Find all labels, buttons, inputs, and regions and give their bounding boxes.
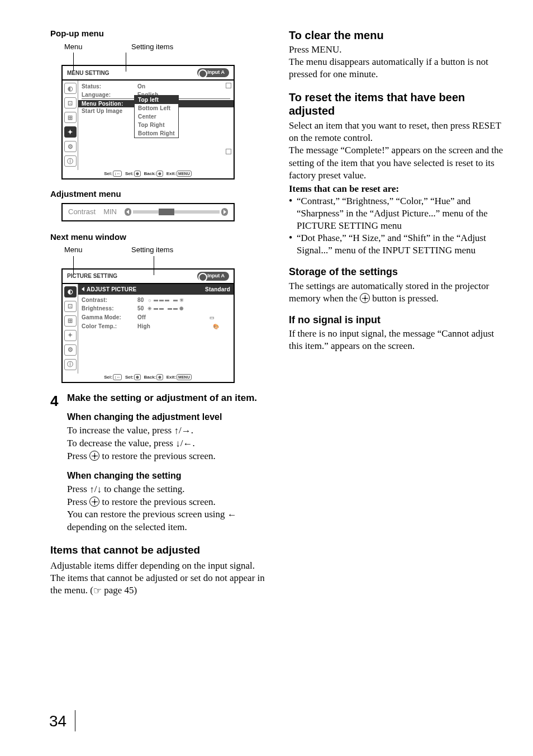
dd-bottom-right: Bottom Right [135, 129, 178, 138]
menu1-labels: Menu Setting items [64, 42, 266, 52]
sun-dim-icon: ☼ [147, 297, 152, 303]
picture-setting-screenshot: PICTURE SETTING Input A ◐ ⊡ ⊞ ✦ ⚙ ⓘ ADJU… [61, 268, 235, 383]
label-setting-items: Setting items [131, 42, 173, 52]
arrow-up-icon-2 [89, 484, 94, 496]
enter-button-icon-3 [360, 293, 370, 303]
step4-sub1: When changing the adjustment level [67, 412, 266, 423]
side-icon-5: ⚙ [64, 344, 77, 356]
m2-contrast-v: 80 [137, 297, 144, 303]
step-4-head: Make the setting or adjustment of an ite… [67, 392, 266, 404]
m2-ct-v: High [137, 323, 150, 329]
enter-button-icon-2 [89, 497, 99, 507]
enter-button-icon [89, 451, 99, 461]
menu1-footer: Sel:↕↔ Set:⊕ Back:⊕ Exit:MENU [63, 170, 234, 178]
cannot-adjust-head: Items that cannot be adjusted [50, 544, 266, 557]
clear-p1: Press MENU. [289, 44, 505, 56]
storage-body: The settings are automatically stored in… [289, 280, 505, 305]
m2-contrast-k: Contrast: [82, 296, 137, 304]
dd-bottom-left: Bottom Left [135, 104, 178, 112]
side-icon-picture: ◐ [64, 83, 77, 94]
menu1-lang-key: Language: [82, 91, 137, 98]
adj-right-cap-icon [221, 208, 228, 216]
reset-bullet-2: “Dot Phase,” “H Size,” and “Shift” in th… [289, 232, 505, 257]
menu-setting-screenshot: MENU SETTING Input A ◐ ⊡ ⊞ ✦ ⚙ ⓘ Status:… [61, 65, 235, 179]
adjustment-menu-label: Adjustment menu [50, 188, 266, 200]
cannot-adjust-body: Adjustable items differ depending on the… [50, 560, 266, 597]
clear-menu-head: To clear the menu [289, 28, 505, 42]
pointer-hand-icon: ☞ [93, 585, 102, 597]
m2-bright-k: Brightness: [82, 305, 137, 313]
menu1-pointers [64, 53, 266, 65]
nosignal-body: If there is no input signal, the message… [289, 328, 505, 352]
popup-menu-label: Pop-up menu [50, 28, 266, 39]
m2-ct-k: Color Temp.: [82, 323, 137, 330]
arrow-up-icon [174, 425, 179, 437]
side-icon-6: ⓘ [64, 359, 77, 370]
dd-top-right: Top Right [135, 121, 178, 129]
adj-min: MIN [103, 207, 117, 217]
reset-head: To reset the items that have been adjust… [289, 91, 505, 117]
label-setting-items-2: Setting items [131, 245, 173, 255]
palette-icon: 🎨 [213, 324, 219, 329]
menu2-labels: Menu Setting items [64, 245, 266, 255]
menu1-title: MENU SETTING [67, 69, 110, 77]
next-menu-label: Next menu window [50, 231, 266, 243]
label-menu-2: Menu [64, 245, 131, 255]
menu2-input-badge: Input A [197, 272, 229, 281]
side-icon-menu-active: ✦ [64, 126, 77, 138]
menu1-start-key: Start Up Image [82, 107, 137, 115]
arrow-down-icon [175, 438, 180, 450]
menu1-dropdown: Top left Bottom Left Center Top Right Bo… [134, 95, 179, 138]
page-rule [75, 710, 75, 731]
arrow-right-icon [182, 425, 191, 437]
menu2-pointers [64, 256, 266, 268]
menu1-input-badge: Input A [197, 68, 229, 77]
clear-p2: The menu disappears automatically if a b… [289, 56, 505, 81]
adj-name: Contrast [68, 207, 96, 217]
step4-sub2: When changing the setting [67, 470, 266, 482]
menu2-sidebar: ◐ ⊡ ⊞ ✦ ⚙ ⓘ [63, 284, 78, 374]
adjustment-menu-screenshot: Contrast MIN [61, 203, 235, 221]
side-icon-2: ⊡ [64, 301, 77, 312]
bright-high-icon: ✺ [179, 306, 184, 311]
m2-bright-v: 50 [137, 305, 144, 311]
menu1-sidebar: ◐ ⊡ ⊞ ✦ ⚙ ⓘ [63, 81, 78, 170]
dd-center: Center [135, 112, 178, 121]
menu1-status-val: On [137, 83, 230, 90]
menu1-status-key: Status: [82, 83, 137, 90]
menu2-footer: Sel:↕↔ Set:⊕ Back:⊕ Exit:MENU [63, 374, 234, 382]
side-icon-set: ⊞ [64, 112, 77, 123]
menu2-title: PICTURE SETTING [67, 272, 117, 280]
adj-left-cap-icon [125, 208, 131, 216]
step4-p2b: Press to restore the previous screen. [67, 496, 266, 508]
reset-p1: Select an item that you want to reset, t… [289, 120, 505, 144]
sun-bright-icon: ☀ [179, 297, 184, 303]
dd-top-left: Top left [135, 96, 178, 104]
side-icon-install: ⚙ [64, 141, 77, 152]
gamma-icon: ▭ [210, 315, 215, 320]
menu2-standard: Standard [205, 286, 230, 293]
step4-p2c: You can restore the previous screen usin… [67, 508, 266, 533]
side-icon-input: ⊡ [64, 97, 77, 108]
arrow-left-icon [183, 438, 192, 450]
step4-p2a: Press / to change the setting. [67, 483, 266, 496]
storage-head: Storage of the settings [289, 266, 505, 278]
arrow-left-icon-2 [227, 509, 237, 521]
nosignal-head: If no signal is input [289, 314, 505, 327]
step4-p1b: To decrease the value, press /. [67, 437, 266, 450]
step4-p1a: To increase the value, press /. [67, 424, 266, 437]
side-icon-4: ✦ [64, 330, 77, 341]
label-menu: Menu [64, 42, 131, 52]
page-number: 34 [49, 711, 66, 731]
reset-bullet-1: “Contrast,” “Brightness,” “Color,” “Hue”… [289, 195, 505, 232]
m2-gamma-v: Off [137, 314, 146, 320]
side-icon-picture-active: ◐ [64, 286, 77, 297]
reset-items-head: Items that can be reset are: [289, 183, 505, 195]
side-icon-3: ⊞ [64, 315, 77, 327]
bright-low-icon: ✳ [147, 306, 152, 311]
menu2-subhead: ADJUST PICTURE [87, 286, 136, 292]
arrow-down-icon-2 [97, 484, 102, 496]
menu1-pos-key: Menu Position: [82, 100, 137, 107]
step-4-number: 4 [50, 392, 67, 411]
side-icon-info: ⓘ [64, 155, 77, 167]
